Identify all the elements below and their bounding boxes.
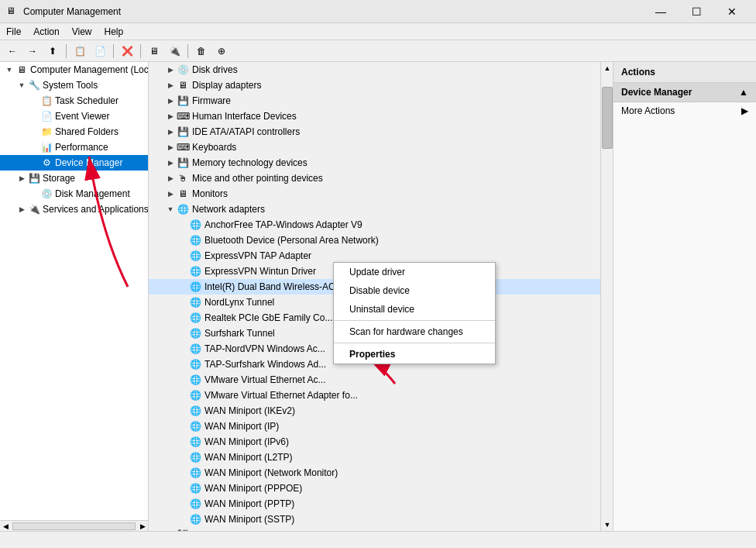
device-expand-icon[interactable]: ▶ [164,126,177,138]
tree-item[interactable]: ▼🔧System Tools [0,78,148,93]
device-expand-icon[interactable] [177,467,189,479]
device-list-item[interactable]: ▶💾Firmware [149,93,600,109]
scroll-left-arrow[interactable]: ◀ [0,521,11,532]
device-expand-icon[interactable] [177,250,189,262]
context-menu-item[interactable]: Update driver [334,263,495,281]
toolbar-add[interactable]: ⊕ [212,43,231,60]
tree-item[interactable]: 📊Performance [0,140,148,155]
device-expand-icon[interactable]: ▶ [164,172,177,184]
device-list-item[interactable]: ▶🖥Display adapters [149,78,600,93]
tree-expand-icon[interactable] [28,110,40,122]
toolbar-properties[interactable]: 📄 [91,43,109,60]
tree-item[interactable]: 📁Shared Folders [0,124,148,140]
close-button[interactable]: ✕ [714,0,750,23]
device-list-item[interactable]: 🌐VMware Virtual Ethernet Ac... [149,372,600,388]
device-expand-icon[interactable] [177,482,189,495]
tree-item[interactable]: ▼🖥Computer Management (Local [0,62,148,78]
device-list-item[interactable]: 🌐WAN Miniport (PPTP) [149,496,600,512]
tree-item[interactable]: ▶🔌Services and Applications [0,202,148,217]
scroll-down-arrow[interactable]: ▼ [601,519,613,531]
tree-item[interactable]: ▶💾Storage [0,171,148,186]
device-expand-icon[interactable]: ▶ [164,188,177,200]
device-list-item[interactable]: ▶💾Other devices [149,527,600,531]
device-list-item[interactable]: ▶⌨Keyboards [149,140,600,155]
device-list-item[interactable]: 🌐WAN Miniport (IKEv2) [149,403,600,419]
menu-action[interactable]: Action [27,23,65,40]
device-list-item[interactable]: 🌐WAN Miniport (L2TP) [149,450,600,465]
device-expand-icon[interactable] [177,374,189,386]
device-expand-icon[interactable] [177,343,189,355]
tree-item[interactable]: 📋Task Scheduler [0,93,148,109]
tree-expand-icon[interactable]: ▼ [15,79,28,91]
device-expand-icon[interactable] [177,389,189,402]
actions-more-actions[interactable]: More Actions ▶ [613,102,756,119]
device-list-item[interactable]: 🌐WAN Miniport (SSTP) [149,512,600,527]
device-list-item[interactable]: 🌐WAN Miniport (PPPOE) [149,481,600,496]
device-expand-icon[interactable] [177,327,189,339]
device-list-item[interactable]: 🌐ExpressVPN TAP Adapter [149,248,600,264]
tree-expand-icon[interactable]: ▶ [15,203,28,215]
device-list-item[interactable]: ▶💾IDE ATA/ATAPI controllers [149,124,600,140]
device-expand-icon[interactable]: ▶ [164,141,177,153]
device-expand-icon[interactable] [177,513,189,526]
context-menu-item[interactable]: Disable device [334,281,495,300]
device-expand-icon[interactable] [177,265,189,277]
device-expand-icon[interactable]: ▶ [164,157,177,169]
context-menu-item[interactable]: Uninstall device [334,300,495,319]
context-menu-item[interactable]: Properties [334,345,495,364]
toolbar-new-window[interactable]: ❌ [118,43,136,60]
toolbar-show-hide[interactable]: 📋 [70,43,89,60]
toolbar-computer-mgmt[interactable]: 🖥 [145,43,163,60]
device-list-item[interactable]: ▶💿Disk drives [149,62,600,78]
toolbar-forward[interactable]: → [23,43,42,60]
tree-item[interactable]: 💿Disk Management [0,186,148,202]
toolbar-delete[interactable]: 🗑 [192,43,211,60]
device-expand-icon[interactable] [177,281,189,293]
tree-expand-icon[interactable] [28,95,40,107]
tree-expand-icon[interactable] [28,126,40,138]
device-expand-icon[interactable] [177,405,189,417]
device-expand-icon[interactable]: ▶ [164,64,177,76]
device-expand-icon[interactable] [177,498,189,510]
device-list-item[interactable]: 🌐WAN Miniport (Network Monitor) [149,465,600,481]
toolbar-back[interactable]: ← [3,43,22,60]
scroll-up-arrow[interactable]: ▲ [601,62,613,74]
tree-expand-icon[interactable] [28,141,40,153]
device-list-item[interactable]: 🌐VMware Virtual Ethernet Adapter fo... [149,388,600,403]
tree-item[interactable]: ⚙Device Manager [0,155,148,171]
device-expand-icon[interactable] [177,312,189,324]
v-scrollbar-thumb[interactable] [602,87,613,149]
tree-item[interactable]: 📄Event Viewer [0,109,148,124]
device-list-item[interactable]: ▶💾Memory technology devices [149,155,600,171]
device-list-item[interactable]: 🌐Bluetooth Device (Personal Area Network… [149,233,600,248]
toolbar-up[interactable]: ⬆ [43,43,62,60]
device-list-item[interactable]: ▶⌨Human Interface Devices [149,109,600,124]
device-expand-icon[interactable]: ▶ [164,79,177,91]
device-expand-icon[interactable] [177,219,189,231]
tree-expand-icon[interactable]: ▶ [15,172,28,184]
menu-file[interactable]: File [0,23,27,40]
device-expand-icon[interactable]: ▶ [164,110,177,122]
device-expand-icon[interactable]: ▼ [164,203,177,215]
device-expand-icon[interactable] [177,358,189,371]
device-expand-icon[interactable] [177,436,189,448]
device-list-item[interactable]: 🌐WAN Miniport (IPv6) [149,434,600,450]
device-expand-icon[interactable] [177,234,189,246]
device-list-item[interactable]: 🌐WAN Miniport (IP) [149,419,600,434]
device-expand-icon[interactable] [177,296,189,308]
device-list-item[interactable]: 🌐AnchorFree TAP-Windows Adapter V9 [149,217,600,233]
actions-device-manager-section[interactable]: Device Manager ▲ [613,83,756,102]
device-list-item[interactable]: ▶🖥Monitors [149,186,600,202]
menu-view[interactable]: View [66,23,98,40]
device-expand-icon[interactable] [177,451,189,464]
tree-expand-icon[interactable] [28,157,40,169]
device-list-item[interactable]: ▶🖱Mice and other pointing devices [149,171,600,186]
device-list-item[interactable]: ▼🌐Network adapters [149,202,600,217]
device-expand-icon[interactable]: ▶ [164,529,177,531]
device-expand-icon[interactable] [177,420,189,433]
tree-expand-icon[interactable]: ▼ [3,64,15,76]
device-expand-icon[interactable]: ▶ [164,95,177,107]
h-scrollbar-thumb[interactable] [12,522,136,530]
toolbar-connect[interactable]: 🔌 [165,43,184,60]
tree-expand-icon[interactable] [28,188,40,200]
